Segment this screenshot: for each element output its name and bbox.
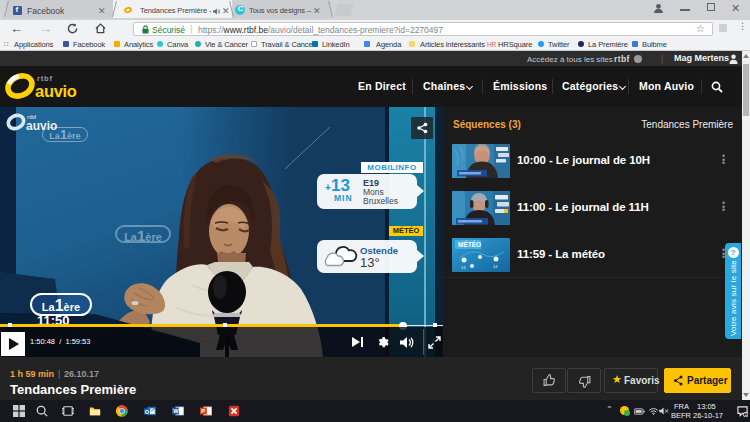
svg-text:14: 14 [493, 264, 498, 269]
svg-text:auvio: auvio [35, 82, 77, 100]
svg-text:13: 13 [461, 265, 466, 270]
svg-text:1: 1 [745, 412, 748, 417]
svg-text:MÉTÉO: MÉTÉO [458, 240, 481, 248]
svg-text:P: P [201, 408, 205, 414]
svg-text:W: W [173, 408, 179, 414]
svg-text:O: O [145, 409, 150, 415]
